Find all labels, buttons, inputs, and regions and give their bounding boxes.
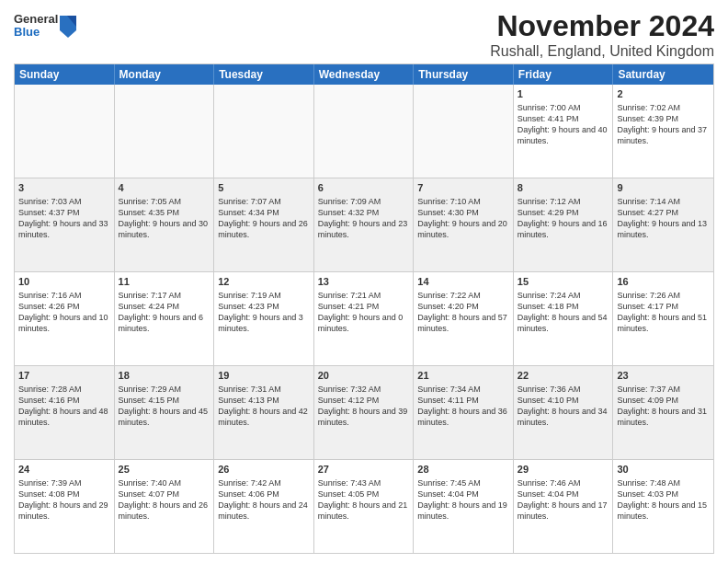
calendar-cell-r0-c0 xyxy=(15,85,115,178)
calendar-cell-r4-c4: 28Sunrise: 7:45 AM Sunset: 4:04 PM Dayli… xyxy=(414,460,514,553)
calendar-cell-r4-c1: 25Sunrise: 7:40 AM Sunset: 4:07 PM Dayli… xyxy=(115,460,215,553)
day-number: 29 xyxy=(518,463,609,477)
day-info: Sunrise: 7:37 AM Sunset: 4:09 PM Dayligh… xyxy=(617,384,710,429)
calendar-cell-r3-c4: 21Sunrise: 7:34 AM Sunset: 4:11 PM Dayli… xyxy=(414,366,514,459)
calendar-row-2: 10Sunrise: 7:16 AM Sunset: 4:26 PM Dayli… xyxy=(15,272,713,366)
calendar-cell-r0-c3 xyxy=(314,85,415,178)
calendar-cell-r4-c6: 30Sunrise: 7:48 AM Sunset: 4:03 PM Dayli… xyxy=(613,460,713,553)
calendar-cell-r2-c3: 13Sunrise: 7:21 AM Sunset: 4:21 PM Dayli… xyxy=(314,272,415,365)
day-number: 26 xyxy=(218,463,310,477)
calendar-cell-r1-c3: 6Sunrise: 7:09 AM Sunset: 4:32 PM Daylig… xyxy=(314,178,415,271)
day-number: 22 xyxy=(518,369,609,383)
calendar-cell-r3-c6: 23Sunrise: 7:37 AM Sunset: 4:09 PM Dayli… xyxy=(613,366,713,459)
day-number: 20 xyxy=(318,369,410,383)
calendar-cell-r1-c2: 5Sunrise: 7:07 AM Sunset: 4:34 PM Daylig… xyxy=(214,178,314,271)
day-info: Sunrise: 7:03 AM Sunset: 4:37 PM Dayligh… xyxy=(18,196,110,241)
day-info: Sunrise: 7:12 AM Sunset: 4:29 PM Dayligh… xyxy=(518,196,609,241)
calendar-cell-r3-c5: 22Sunrise: 7:36 AM Sunset: 4:10 PM Dayli… xyxy=(514,366,614,459)
day-info: Sunrise: 7:31 AM Sunset: 4:13 PM Dayligh… xyxy=(218,384,310,429)
calendar: Sunday Monday Tuesday Wednesday Thursday… xyxy=(14,63,714,554)
day-number: 15 xyxy=(518,275,609,289)
header-friday: Friday xyxy=(514,64,614,85)
day-info: Sunrise: 7:46 AM Sunset: 4:04 PM Dayligh… xyxy=(518,477,609,523)
header: General Blue November 2024 Rushall, Engl… xyxy=(14,9,714,60)
day-info: Sunrise: 7:28 AM Sunset: 4:16 PM Dayligh… xyxy=(18,384,110,429)
page: General Blue November 2024 Rushall, Engl… xyxy=(0,0,728,563)
day-info: Sunrise: 7:40 AM Sunset: 4:07 PM Dayligh… xyxy=(119,477,210,523)
day-number: 23 xyxy=(617,369,710,383)
header-thursday: Thursday xyxy=(414,64,514,85)
calendar-cell-r0-c2 xyxy=(214,85,314,178)
day-info: Sunrise: 7:32 AM Sunset: 4:12 PM Dayligh… xyxy=(318,384,410,429)
calendar-cell-r2-c4: 14Sunrise: 7:22 AM Sunset: 4:20 PM Dayli… xyxy=(414,272,514,365)
calendar-cell-r2-c0: 10Sunrise: 7:16 AM Sunset: 4:26 PM Dayli… xyxy=(15,272,115,365)
day-info: Sunrise: 7:29 AM Sunset: 4:15 PM Dayligh… xyxy=(119,384,210,429)
calendar-cell-r3-c2: 19Sunrise: 7:31 AM Sunset: 4:13 PM Dayli… xyxy=(214,366,314,459)
calendar-header: Sunday Monday Tuesday Wednesday Thursday… xyxy=(15,64,713,85)
logo-general: General xyxy=(14,13,58,26)
day-info: Sunrise: 7:19 AM Sunset: 4:23 PM Dayligh… xyxy=(218,290,310,335)
day-number: 3 xyxy=(18,181,110,195)
calendar-cell-r4-c3: 27Sunrise: 7:43 AM Sunset: 4:05 PM Dayli… xyxy=(314,460,415,553)
calendar-row-0: 1Sunrise: 7:00 AM Sunset: 4:41 PM Daylig… xyxy=(15,85,713,178)
day-number: 17 xyxy=(18,369,110,383)
day-info: Sunrise: 7:17 AM Sunset: 4:24 PM Dayligh… xyxy=(119,290,210,335)
day-number: 21 xyxy=(417,369,509,383)
day-number: 9 xyxy=(617,181,710,195)
day-info: Sunrise: 7:10 AM Sunset: 4:30 PM Dayligh… xyxy=(417,196,509,241)
day-info: Sunrise: 7:42 AM Sunset: 4:06 PM Dayligh… xyxy=(218,477,310,523)
day-number: 5 xyxy=(218,181,310,195)
calendar-cell-r4-c0: 24Sunrise: 7:39 AM Sunset: 4:08 PM Dayli… xyxy=(15,460,115,553)
calendar-cell-r1-c1: 4Sunrise: 7:05 AM Sunset: 4:35 PM Daylig… xyxy=(115,178,215,271)
calendar-body: 1Sunrise: 7:00 AM Sunset: 4:41 PM Daylig… xyxy=(15,85,713,553)
day-number: 28 xyxy=(417,463,509,477)
title-block: November 2024 Rushall, England, United K… xyxy=(490,9,714,60)
calendar-cell-r3-c1: 18Sunrise: 7:29 AM Sunset: 4:15 PM Dayli… xyxy=(115,366,215,459)
day-info: Sunrise: 7:02 AM Sunset: 4:39 PM Dayligh… xyxy=(617,102,710,147)
day-info: Sunrise: 7:26 AM Sunset: 4:17 PM Dayligh… xyxy=(617,290,710,335)
day-info: Sunrise: 7:48 AM Sunset: 4:03 PM Dayligh… xyxy=(617,477,710,523)
calendar-cell-r4-c5: 29Sunrise: 7:46 AM Sunset: 4:04 PM Dayli… xyxy=(514,460,614,553)
day-info: Sunrise: 7:16 AM Sunset: 4:26 PM Dayligh… xyxy=(18,290,110,335)
calendar-cell-r0-c1 xyxy=(115,85,215,178)
logo-text: General Blue xyxy=(14,13,58,40)
calendar-cell-r0-c4 xyxy=(414,85,514,178)
header-wednesday: Wednesday xyxy=(314,64,415,85)
day-number: 12 xyxy=(218,275,310,289)
day-number: 18 xyxy=(119,369,210,383)
calendar-cell-r0-c6: 2Sunrise: 7:02 AM Sunset: 4:39 PM Daylig… xyxy=(613,85,713,178)
day-number: 19 xyxy=(218,369,310,383)
header-tuesday: Tuesday xyxy=(214,64,314,85)
day-number: 30 xyxy=(617,463,710,477)
day-info: Sunrise: 7:45 AM Sunset: 4:04 PM Dayligh… xyxy=(417,477,509,523)
day-number: 16 xyxy=(617,275,710,289)
day-number: 10 xyxy=(18,275,110,289)
calendar-cell-r1-c4: 7Sunrise: 7:10 AM Sunset: 4:30 PM Daylig… xyxy=(414,178,514,271)
calendar-row-4: 24Sunrise: 7:39 AM Sunset: 4:08 PM Dayli… xyxy=(15,460,713,553)
day-info: Sunrise: 7:21 AM Sunset: 4:21 PM Dayligh… xyxy=(318,290,410,335)
header-sunday: Sunday xyxy=(15,64,115,85)
calendar-cell-r2-c2: 12Sunrise: 7:19 AM Sunset: 4:23 PM Dayli… xyxy=(214,272,314,365)
calendar-row-3: 17Sunrise: 7:28 AM Sunset: 4:16 PM Dayli… xyxy=(15,366,713,460)
calendar-cell-r1-c5: 8Sunrise: 7:12 AM Sunset: 4:29 PM Daylig… xyxy=(514,178,614,271)
day-info: Sunrise: 7:14 AM Sunset: 4:27 PM Dayligh… xyxy=(617,196,710,241)
day-info: Sunrise: 7:05 AM Sunset: 4:35 PM Dayligh… xyxy=(119,196,210,241)
calendar-cell-r3-c3: 20Sunrise: 7:32 AM Sunset: 4:12 PM Dayli… xyxy=(314,366,415,459)
day-info: Sunrise: 7:00 AM Sunset: 4:41 PM Dayligh… xyxy=(518,102,609,147)
calendar-subtitle: Rushall, England, United Kingdom xyxy=(490,43,714,60)
day-number: 4 xyxy=(119,181,210,195)
header-saturday: Saturday xyxy=(613,64,713,85)
calendar-cell-r1-c0: 3Sunrise: 7:03 AM Sunset: 4:37 PM Daylig… xyxy=(15,178,115,271)
logo-blue: Blue xyxy=(14,26,58,39)
calendar-cell-r3-c0: 17Sunrise: 7:28 AM Sunset: 4:16 PM Dayli… xyxy=(15,366,115,459)
day-number: 2 xyxy=(617,87,710,101)
day-number: 1 xyxy=(518,87,609,101)
day-info: Sunrise: 7:24 AM Sunset: 4:18 PM Dayligh… xyxy=(518,290,609,335)
calendar-row-1: 3Sunrise: 7:03 AM Sunset: 4:37 PM Daylig… xyxy=(15,178,713,272)
day-info: Sunrise: 7:34 AM Sunset: 4:11 PM Dayligh… xyxy=(417,384,509,429)
logo-icon xyxy=(58,14,78,38)
day-number: 14 xyxy=(417,275,509,289)
logo: General Blue xyxy=(14,13,78,40)
day-info: Sunrise: 7:39 AM Sunset: 4:08 PM Dayligh… xyxy=(18,477,110,523)
calendar-cell-r1-c6: 9Sunrise: 7:14 AM Sunset: 4:27 PM Daylig… xyxy=(613,178,713,271)
